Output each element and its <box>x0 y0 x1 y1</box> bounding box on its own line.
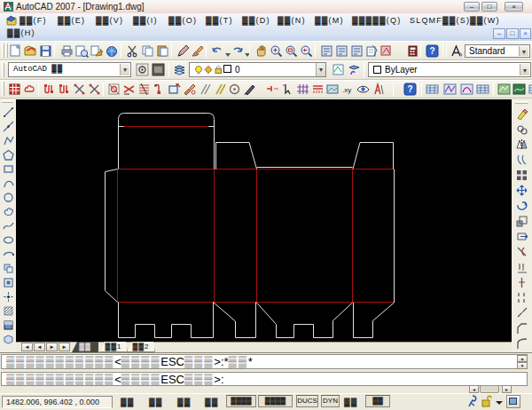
svg-text:?: ? <box>429 46 434 56</box>
svg-text:.xy: .xy <box>342 86 351 94</box>
svg-text:?: ? <box>407 84 412 94</box>
